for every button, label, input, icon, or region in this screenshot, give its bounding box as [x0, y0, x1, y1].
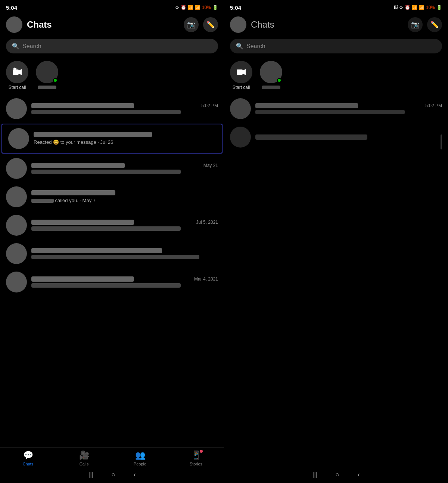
chat-preview-7	[31, 283, 181, 288]
user-avatar-left	[6, 16, 22, 33]
chat-item-5[interactable]: Jul 5, 2021	[0, 211, 224, 239]
android-nav-right: ||| ○ ‹	[224, 468, 448, 483]
chat-list-left: 5:02 PM Reacted 😆 to your message · Jul …	[0, 95, 224, 447]
story-contact-right-1[interactable]	[260, 61, 282, 89]
chat-content-3: May 21	[31, 163, 218, 174]
chat-avatar-4	[6, 186, 27, 207]
chat-item-right-2[interactable]	[224, 123, 448, 151]
chat-content-right-1: 5:02 PM	[255, 103, 442, 114]
chat-content-4: called you. · May 7	[31, 190, 218, 204]
status-time-left: 5:04	[6, 4, 17, 11]
svg-rect-6	[237, 69, 243, 75]
people-nav-icon: 👥	[135, 451, 145, 460]
chat-item-2[interactable]: Reacted 😆 to your message · Jul 26	[1, 124, 223, 154]
gallery-icon-right: 🖼	[393, 5, 398, 10]
chats-nav-label: Chats	[23, 462, 34, 466]
messenger-icon-right: ⟳	[399, 5, 403, 10]
chat-item-1[interactable]: 5:02 PM	[0, 95, 224, 123]
story-contact-1[interactable]	[36, 61, 58, 89]
chat-item-3[interactable]: May 21	[0, 154, 224, 183]
compose-button-right[interactable]: ✏️	[427, 17, 442, 32]
start-call-icon[interactable]	[6, 61, 28, 83]
battery-icon-right: 🔋	[436, 5, 442, 10]
bottom-nav-left: 💬 Chats 🎥 Calls 👥 People 📱 Stories	[0, 447, 224, 468]
chat-content-1: 5:02 PM	[31, 103, 218, 114]
chat-content-7: Mar 4, 2021	[31, 276, 218, 288]
start-call-item-right[interactable]: Start call	[230, 61, 252, 90]
search-bar-right[interactable]: 🔍 Search	[230, 39, 442, 53]
chat-name-right-2	[255, 134, 367, 140]
chat-preview-right-1	[255, 110, 405, 114]
chat-time-7: Mar 4, 2021	[194, 276, 218, 282]
page-title-right: Chats	[251, 19, 403, 30]
right-phone-panel: 5:04 🖼 ⟳ ⏰ 📶 📶 10% 🔋 Chats 📷 ✏️ 🔍 Search	[224, 0, 448, 483]
status-bar-left: 5:04 ⟳ ⏰ 📶 📶 10% 🔋	[0, 0, 224, 13]
nav-calls[interactable]: 🎥 Calls	[56, 451, 112, 466]
chat-content-6	[31, 248, 218, 259]
calls-nav-label: Calls	[80, 462, 88, 466]
search-icon-left: 🔍	[12, 43, 19, 50]
chat-time-right-1: 5:02 PM	[425, 103, 442, 108]
wifi-icon: 📶	[188, 5, 193, 10]
status-time-right: 5:04	[230, 4, 241, 11]
search-placeholder-right: Search	[246, 43, 265, 50]
nav-people[interactable]: 👥 People	[112, 451, 168, 466]
chats-header-right: Chats 📷 ✏️	[224, 13, 448, 36]
chat-name-5	[31, 220, 134, 225]
chat-name-1	[31, 103, 134, 108]
chat-name-7	[31, 276, 134, 282]
stories-notification-dot	[200, 450, 203, 453]
chat-item-7[interactable]: Mar 4, 2021	[0, 268, 224, 296]
stories-icon-wrap: 📱	[191, 451, 201, 460]
compose-button-left[interactable]: ✏️	[203, 17, 218, 32]
chat-time-3: May 21	[203, 163, 218, 168]
android-home-right[interactable]: ○	[336, 471, 340, 479]
battery-indicator: 🔋	[212, 5, 218, 10]
story-row-right: Start call	[224, 56, 448, 95]
status-bar-right: 5:04 🖼 ⟳ ⏰ 📶 📶 10% 🔋	[224, 0, 448, 13]
chat-preview-5	[31, 226, 181, 231]
wifi-icon-right: 📶	[412, 5, 417, 10]
android-home[interactable]: ○	[112, 471, 116, 479]
start-call-item[interactable]: Start call	[6, 61, 28, 90]
start-call-label: Start call	[9, 85, 26, 90]
signal-icon: 📶	[195, 5, 200, 10]
people-nav-label: People	[134, 462, 146, 466]
nav-stories[interactable]: 📱 Stories	[168, 451, 224, 466]
chat-preview-4: called you. · May 7	[31, 198, 96, 203]
online-indicator-right-1	[277, 78, 281, 83]
battery-icon: 10%	[202, 5, 211, 10]
android-recents-right[interactable]: |||	[312, 471, 318, 479]
camera-button-left[interactable]: 📷	[184, 17, 199, 32]
story-name-bar-right-1	[262, 86, 280, 89]
left-phone-panel: 5:04 ⟳ ⏰ 📶 📶 10% 🔋 Chats 📷 ✏️ 🔍 Search	[0, 0, 224, 483]
chat-avatar-1	[6, 98, 27, 119]
online-indicator-1	[53, 78, 57, 83]
chat-avatar-right-1	[230, 98, 251, 119]
battery-right: 10%	[426, 5, 435, 10]
page-title-left: Chats	[27, 19, 179, 30]
search-bar-left[interactable]: 🔍 Search	[6, 39, 218, 53]
camera-button-right[interactable]: 📷	[408, 17, 423, 32]
nav-chats[interactable]: 💬 Chats	[0, 451, 56, 466]
status-icons-right: 🖼 ⟳ ⏰ 📶 📶 10% 🔋	[393, 5, 442, 10]
chat-preview-3	[31, 170, 181, 174]
chat-item-6[interactable]	[0, 239, 224, 268]
android-back[interactable]: ‹	[133, 471, 136, 479]
chat-item-right-1[interactable]: 5:02 PM	[224, 95, 448, 123]
chat-avatar-2	[8, 128, 29, 149]
chat-name-4	[31, 190, 115, 195]
story-name-bar-1	[38, 86, 56, 89]
story-row-left: Start call	[0, 56, 224, 95]
signal-icon-right: 📶	[419, 5, 424, 10]
chat-avatar-3	[6, 158, 27, 179]
android-back-right[interactable]: ‹	[357, 471, 360, 479]
chat-name-right-1	[255, 103, 358, 108]
chat-item-4[interactable]: called you. · May 7	[0, 183, 224, 211]
svg-rect-0	[13, 69, 19, 75]
start-call-icon-right[interactable]	[230, 61, 252, 83]
search-placeholder-left: Search	[22, 43, 41, 50]
chats-nav-icon: 💬	[23, 451, 33, 460]
android-recents[interactable]: |||	[88, 471, 94, 479]
alarm-icon: ⏰	[181, 5, 186, 10]
